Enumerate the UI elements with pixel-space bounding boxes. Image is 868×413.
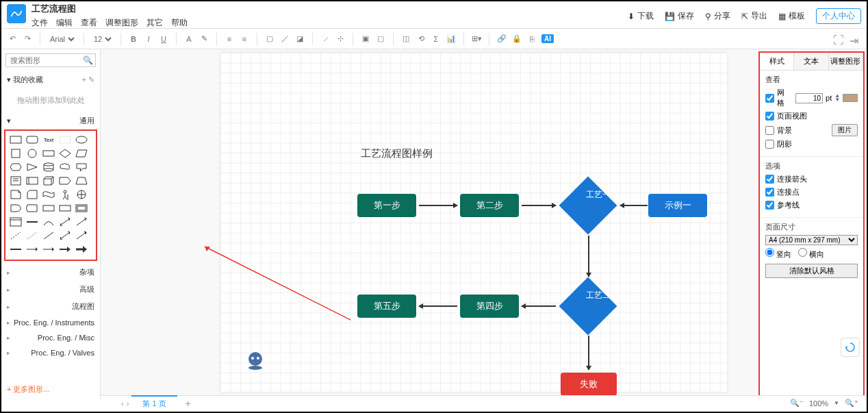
shape-conn1[interactable] — [8, 243, 23, 255]
prev-page-icon[interactable]: ‹ — [121, 399, 124, 408]
assistant-robot-icon[interactable] — [244, 349, 266, 371]
arrow-p2-4[interactable] — [522, 305, 556, 307]
grid-checkbox[interactable] — [765, 94, 774, 103]
node-step4[interactable]: 第四步 — [460, 295, 519, 318]
shape-cylinder[interactable] — [41, 161, 56, 173]
save-button[interactable]: 💾保存 — [665, 10, 694, 22]
shape-note[interactable] — [8, 188, 23, 201]
chart-icon[interactable]: 📊 — [446, 34, 457, 45]
shape-biarrow2[interactable] — [58, 229, 73, 242]
shape-cube[interactable] — [41, 175, 56, 187]
shape-dashline[interactable] — [8, 229, 23, 242]
clear-style-button[interactable]: 清除默认风格 — [765, 264, 858, 278]
misc-section[interactable]: 杂项 — [1, 264, 100, 281]
shadow-icon[interactable]: ◪ — [294, 34, 305, 45]
shape-and[interactable] — [8, 202, 23, 214]
link-icon[interactable]: 🔗 — [496, 34, 507, 45]
shape-tape[interactable] — [41, 188, 56, 201]
advanced-section[interactable]: 高级 — [1, 281, 100, 298]
highlight-icon[interactable]: ✎ — [199, 34, 209, 45]
collapse-panel-icon[interactable]: ⇥ — [850, 34, 858, 47]
fullscreen-icon[interactable]: ⛶ — [833, 34, 844, 47]
fontsize-select[interactable]: 12 — [91, 34, 114, 44]
fill-icon[interactable]: ▢ — [264, 34, 275, 45]
align-left-icon[interactable]: ≡ — [224, 34, 235, 45]
next-page-icon[interactable]: › — [127, 399, 129, 408]
shape-arrow[interactable] — [74, 216, 89, 228]
shape-arrow2[interactable] — [74, 229, 89, 242]
copy-icon[interactable]: ⎘ — [526, 34, 537, 45]
text-color-icon[interactable]: A — [183, 34, 194, 45]
shape-biarrow[interactable] — [58, 216, 73, 228]
tab-style[interactable]: 样式 — [760, 53, 794, 70]
arrow-p1-p2[interactable] — [588, 236, 589, 277]
favorites-section[interactable]: ▾ 我的收藏 + ✎ — [1, 71, 100, 88]
zoom-out-icon[interactable]: 🔍⁻ — [790, 399, 804, 408]
shape-conn2[interactable] — [25, 243, 40, 255]
shape-line[interactable] — [41, 229, 56, 242]
zoom-level[interactable]: 100% — [809, 399, 828, 408]
menu-other[interactable]: 其它 — [146, 17, 163, 29]
help-float-button[interactable] — [841, 338, 860, 357]
proc-instruments-section[interactable]: Proc. Eng. / Instruments — [1, 315, 100, 330]
undo-icon[interactable]: ↶ — [7, 34, 18, 45]
menu-help[interactable]: 帮助 — [171, 17, 188, 29]
shadow-checkbox[interactable] — [765, 140, 774, 149]
shape-step[interactable] — [58, 175, 73, 187]
shape-doc[interactable] — [8, 175, 23, 187]
menu-edit[interactable]: 编辑 — [56, 17, 73, 29]
shape-datastore[interactable] — [25, 202, 40, 214]
flowchart-section[interactable]: 流程图 — [1, 298, 100, 315]
arrow-ex1-p1[interactable] — [620, 205, 648, 206]
canvas-page[interactable] — [220, 53, 727, 392]
arrow-4-5[interactable] — [419, 305, 457, 307]
connarrow-checkbox[interactable] — [765, 175, 774, 184]
zoom-in-icon[interactable]: 🔍⁺ — [845, 399, 858, 408]
shape-textbox[interactable] — [58, 134, 73, 146]
rotate-icon[interactable]: ⟲ — [416, 34, 426, 45]
shape-actor[interactable] — [58, 188, 73, 201]
shape-conn3[interactable] — [41, 243, 56, 255]
node-step5[interactable]: 第五步 — [357, 295, 416, 318]
menu-adjust[interactable]: 调整图形 — [105, 17, 138, 29]
crop-icon[interactable]: ◫ — [400, 34, 411, 45]
shape-hexagon[interactable] — [8, 161, 23, 173]
shape-internal[interactable] — [25, 175, 40, 187]
shape-rect[interactable] — [8, 134, 23, 146]
grid-color-swatch[interactable] — [843, 94, 858, 102]
shape-circle[interactable] — [25, 147, 40, 160]
templates-button[interactable]: ▦模板 — [778, 10, 805, 22]
shape-conn4[interactable] — [58, 243, 73, 255]
to-back-icon[interactable]: ▢ — [375, 34, 386, 45]
share-button[interactable]: ⚲分享 — [705, 10, 730, 22]
image-button[interactable]: 图片 — [832, 124, 858, 136]
pagesize-select[interactable]: A4 (210 mm x 297 mm) — [765, 235, 858, 245]
table-icon[interactable]: ⊞▾ — [471, 34, 482, 45]
shape-ellipse[interactable] — [74, 134, 89, 146]
ai-badge[interactable]: AI — [541, 34, 554, 43]
search-icon[interactable]: 🔍 — [83, 55, 93, 65]
waypoint-icon[interactable]: ⊹ — [335, 34, 346, 45]
shape-triangle[interactable] — [25, 161, 40, 173]
line-color-icon[interactable]: ／ — [279, 34, 290, 45]
sigma-icon[interactable]: Σ — [431, 34, 442, 45]
arrow-1-2[interactable] — [419, 205, 457, 206]
shape-roundrect[interactable] — [25, 134, 40, 146]
shape-curve[interactable] — [41, 216, 56, 228]
connpoint-checkbox[interactable] — [765, 188, 774, 197]
tab-adjust[interactable]: 调整图形 — [829, 53, 863, 70]
redo-icon[interactable]: ↷ — [22, 34, 33, 45]
shape-rect3[interactable] — [58, 202, 73, 214]
tab-text[interactable]: 文本 — [794, 53, 828, 70]
shape-diamond[interactable] — [58, 147, 73, 160]
grid-size-input[interactable] — [795, 93, 823, 103]
shape-text[interactable]: Text — [41, 134, 56, 146]
landscape-radio[interactable] — [798, 248, 807, 257]
pageview-checkbox[interactable] — [765, 112, 774, 121]
shape-process[interactable] — [41, 147, 56, 160]
shape-or[interactable] — [74, 188, 89, 201]
align-center-icon[interactable]: ≡ — [239, 34, 250, 45]
underline-icon[interactable]: U — [158, 34, 169, 45]
arrow-2-p1[interactable] — [522, 205, 556, 206]
more-shapes-button[interactable]: + 更多图形... — [1, 380, 100, 399]
